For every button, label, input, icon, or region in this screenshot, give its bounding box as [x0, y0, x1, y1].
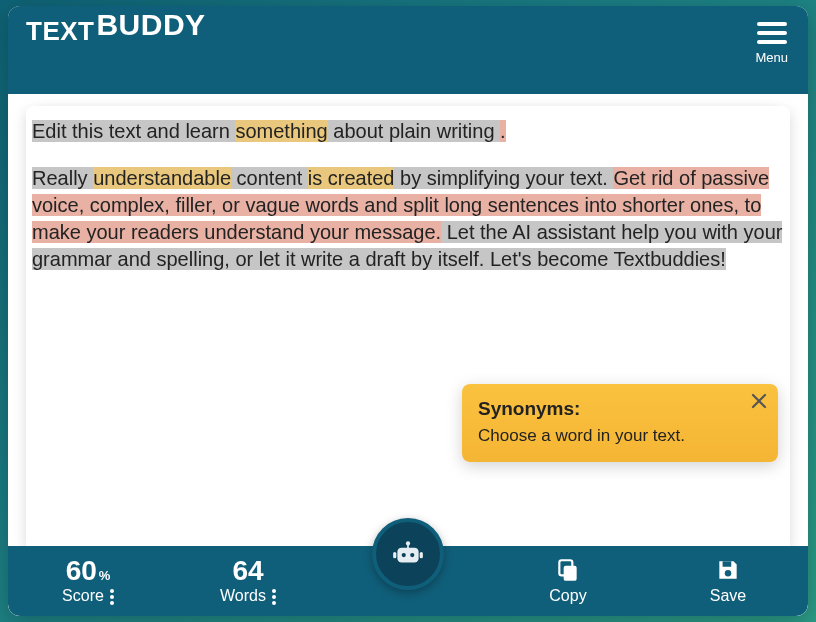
kebab-icon	[110, 589, 114, 605]
text-segment[interactable]: something	[235, 120, 327, 142]
text-segment[interactable]: .	[500, 120, 506, 142]
ai-assistant-button[interactable]	[372, 518, 444, 590]
app-header: TEXT BUDDY Menu	[8, 6, 808, 94]
text-segment[interactable]: by simplifying your text.	[394, 167, 613, 189]
svg-rect-9	[393, 552, 396, 558]
synonyms-popup: Synonyms: Choose a word in your text.	[462, 384, 778, 462]
svg-rect-0	[564, 566, 577, 581]
synonyms-subtitle: Choose a word in your text.	[478, 426, 762, 446]
svg-point-7	[402, 553, 406, 557]
save-icon	[715, 557, 741, 583]
text-segment[interactable]: Really	[32, 167, 93, 189]
svg-rect-2	[723, 561, 732, 566]
text-editor[interactable]: Edit this text and learn something about…	[26, 106, 790, 556]
brand-logo: TEXT BUDDY	[26, 18, 206, 48]
editor-area: Edit this text and learn something about…	[8, 94, 808, 546]
save-button[interactable]: Save	[648, 557, 808, 605]
kebab-icon	[272, 589, 276, 605]
text-segment[interactable]: about plain writing	[328, 120, 500, 142]
copy-icon	[555, 557, 581, 583]
text-segment[interactable]: Let's become Textbuddies!	[484, 248, 725, 270]
text-segment[interactable]: content	[231, 167, 308, 189]
score-cell[interactable]: 60% Score	[8, 557, 168, 605]
menu-icon	[755, 22, 788, 44]
brand-text: TEXT	[26, 18, 94, 48]
menu-button[interactable]: Menu	[755, 18, 788, 65]
robot-icon	[391, 537, 425, 571]
score-unit: %	[99, 568, 111, 583]
svg-rect-10	[420, 552, 423, 558]
score-label: Score	[62, 587, 104, 605]
text-segment[interactable]: Edit this text and learn	[32, 120, 235, 142]
svg-rect-6	[407, 544, 409, 548]
svg-rect-4	[397, 548, 418, 563]
svg-point-8	[410, 553, 414, 557]
close-icon[interactable]	[750, 392, 768, 414]
svg-point-3	[725, 570, 732, 577]
menu-label: Menu	[755, 50, 788, 65]
paragraph-1[interactable]: Edit this text and learn something about…	[32, 118, 784, 145]
copy-label: Copy	[488, 587, 648, 605]
copy-button[interactable]: Copy	[488, 557, 648, 605]
app-window: TEXT BUDDY Menu Edit this text and learn…	[8, 6, 808, 616]
footer-bar: 60% Score 64 Words Copy	[8, 546, 808, 616]
paragraph-2[interactable]: Really understandable content is created…	[32, 165, 784, 273]
words-label: Words	[220, 587, 266, 605]
score-value: 60	[66, 555, 97, 586]
text-segment[interactable]: understandable	[93, 167, 231, 189]
text-segment[interactable]: is created	[308, 167, 395, 189]
brand-buddy: BUDDY	[96, 10, 205, 40]
words-value: 64	[168, 557, 328, 585]
words-cell[interactable]: 64 Words	[168, 557, 328, 605]
save-label: Save	[648, 587, 808, 605]
synonyms-title: Synonyms:	[478, 398, 762, 420]
